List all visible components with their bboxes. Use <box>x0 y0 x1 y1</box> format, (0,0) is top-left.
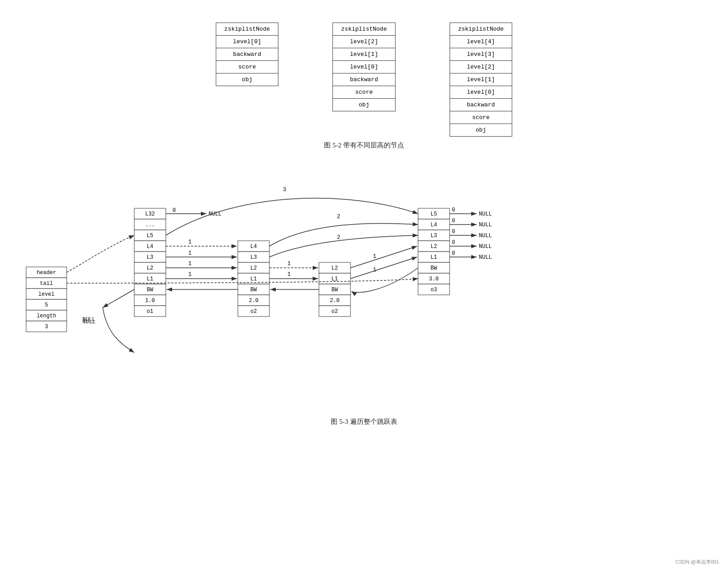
svg-text:2: 2 <box>337 214 340 220</box>
node2-row6: score <box>333 86 395 99</box>
svg-text:o1: o1 <box>147 308 153 315</box>
svg-text:0: 0 <box>452 207 455 213</box>
svg-text:1: 1 <box>287 261 291 267</box>
node1-table: zskiplistNode level[0] backward score ob… <box>216 23 278 86</box>
svg-text:o2: o2 <box>332 308 338 315</box>
page-container: zskiplistNode level[0] backward score ob… <box>0 0 728 569</box>
svg-text:tail: tail <box>40 280 53 287</box>
svg-text:L3: L3 <box>250 254 257 261</box>
svg-text:NULL: NULL <box>479 254 492 261</box>
svg-text:2.0: 2.0 <box>330 298 340 304</box>
svg-text:2: 2 <box>337 234 340 241</box>
svg-text:L4: L4 <box>250 243 257 250</box>
fig52-caption: 图 5-2 带有不同层高的节点 <box>9 141 719 150</box>
svg-text:length: length <box>36 313 56 319</box>
svg-text:NULL: NULL <box>479 222 492 228</box>
svg-text:NULL: NULL <box>479 243 492 250</box>
watermark: CSDN @单边李001 <box>675 559 719 565</box>
svg-text:L2: L2 <box>332 265 338 271</box>
svg-text:BW: BW <box>250 287 257 293</box>
svg-text:...: ... <box>145 222 155 228</box>
node3-row1: zskiplistNode <box>450 23 512 36</box>
svg-text:1: 1 <box>287 271 291 278</box>
svg-text:0: 0 <box>452 218 455 224</box>
node1-row1: zskiplistNode <box>216 23 278 36</box>
svg-text:1: 1 <box>373 267 376 273</box>
svg-text:3: 3 <box>283 187 286 193</box>
node1-row4: score <box>216 61 278 73</box>
node3-row7: backward <box>450 99 512 111</box>
svg-text:0: 0 <box>452 239 455 246</box>
svg-line-110 <box>350 246 417 268</box>
svg-text:BW: BW <box>332 287 338 293</box>
svg-text:NULL: NULL <box>479 211 492 217</box>
svg-text:header: header <box>36 270 56 276</box>
fig53-caption: 图 5-3 遍历整个跳跃表 <box>9 418 719 426</box>
node2-row1: zskiplistNode <box>333 23 395 36</box>
svg-text:L2: L2 <box>147 265 153 271</box>
svg-text:BW: BW <box>147 287 154 293</box>
svg-text:L2: L2 <box>250 265 257 271</box>
svg-text:L1: L1 <box>147 276 153 282</box>
svg-text:BW: BW <box>431 265 437 271</box>
svg-line-86 <box>103 289 134 307</box>
svg-text:0: 0 <box>452 229 455 235</box>
svg-text:L4: L4 <box>147 243 153 250</box>
svg-text:0: 0 <box>173 207 176 214</box>
svg-text:L32: L32 <box>145 211 155 217</box>
svg-text:o2: o2 <box>250 308 257 315</box>
svg-text:NULL: NULL <box>479 233 492 239</box>
node2-row3: level[1] <box>333 48 395 61</box>
node3-row6: level[0] <box>450 86 512 99</box>
svg-text:0: 0 <box>452 250 455 257</box>
svg-text:level: level <box>38 291 55 298</box>
null-label-bw: NULL <box>82 319 96 325</box>
node3-row3: level[3] <box>450 48 512 61</box>
node2-row5: backward <box>333 73 395 86</box>
node2-row4: level[0] <box>333 61 395 73</box>
node3-row2: level[4] <box>450 36 512 48</box>
svg-text:3: 3 <box>45 324 48 330</box>
svg-text:L1: L1 <box>431 254 437 261</box>
svg-text:L3: L3 <box>147 254 153 261</box>
svg-text:2.0: 2.0 <box>249 298 259 304</box>
node3-table: zskiplistNode level[4] level[3] level[2]… <box>450 23 512 137</box>
svg-text:L5: L5 <box>431 211 437 217</box>
fig52-nodes-container: zskiplistNode level[0] backward score ob… <box>9 23 719 137</box>
node2-table: zskiplistNode level[2] level[1] level[0]… <box>332 23 395 111</box>
svg-text:5: 5 <box>45 302 48 308</box>
node1-row5: obj <box>216 73 278 86</box>
node3-row8: score <box>450 111 512 124</box>
svg-text:L2: L2 <box>431 243 437 250</box>
fig53-svg: header tail level 5 length 3 L32 ... L5 <box>13 163 715 407</box>
svg-text:1: 1 <box>188 261 191 267</box>
svg-text:L3: L3 <box>431 233 437 239</box>
svg-text:1: 1 <box>373 253 376 260</box>
node3-row9: obj <box>450 124 512 137</box>
svg-text:3.0: 3.0 <box>429 276 439 282</box>
svg-text:1.0: 1.0 <box>145 298 155 304</box>
node3-row5: level[1] <box>450 73 512 86</box>
svg-text:L4: L4 <box>431 222 437 228</box>
node2-row7: obj <box>333 99 395 111</box>
node2-row2: level[2] <box>333 36 395 48</box>
svg-text:1: 1 <box>188 250 191 257</box>
svg-text:1: 1 <box>188 239 191 245</box>
svg-text:o3: o3 <box>431 287 437 293</box>
fig53-container: header tail level 5 length 3 L32 ... L5 <box>13 163 715 416</box>
node1-row2: level[0] <box>216 36 278 48</box>
svg-text:L5: L5 <box>147 233 153 239</box>
svg-text:L1: L1 <box>250 276 257 282</box>
svg-text:1: 1 <box>188 271 191 278</box>
node3-row4: level[2] <box>450 61 512 73</box>
node1-row3: backward <box>216 48 278 61</box>
